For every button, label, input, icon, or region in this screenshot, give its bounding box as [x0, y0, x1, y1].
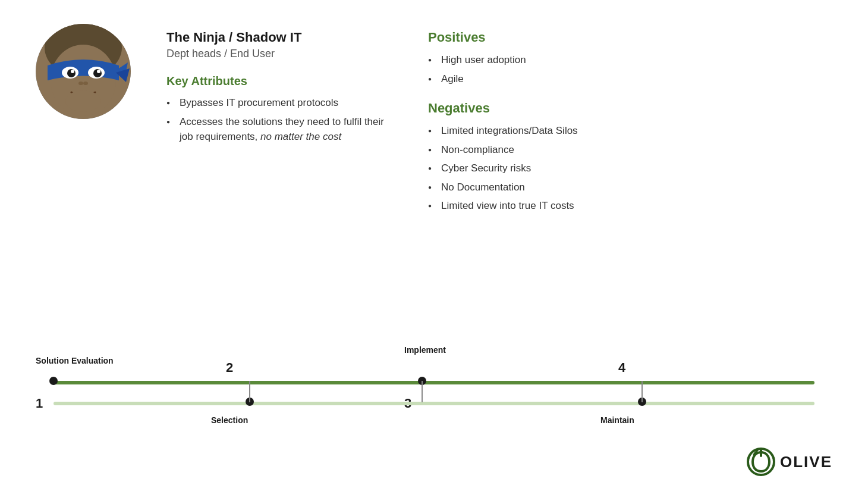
list-item: Accesses the solutions they need to fulf… — [166, 114, 392, 145]
key-attributes-heading: Key Attributes — [166, 74, 392, 88]
connector-selection — [249, 381, 250, 402]
persona-title: The Ninja / Shadow IT — [166, 30, 392, 45]
svg-point-9 — [78, 82, 83, 85]
label-solution-evaluation: Solution Evaluation — [36, 356, 114, 365]
label-maintain: Maintain — [600, 415, 634, 425]
number-4: 4 — [618, 360, 625, 376]
positives-list: High user adoption Agile — [428, 52, 832, 86]
list-item: Agile — [428, 71, 832, 87]
negatives-list: Limited integrations/Data Silos Non-comp… — [428, 123, 832, 214]
persona-subtitle: Dept heads / End User — [166, 48, 392, 60]
connector-maintain — [641, 381, 643, 402]
list-item: Limited integrations/Data Silos — [428, 123, 832, 139]
olive-logo-text: OLIVE — [780, 453, 832, 471]
diagram-container: Solution Evaluation Implement 1 2 3 4 Se… — [36, 345, 832, 428]
list-item: Bypasses IT procurement protocols — [166, 95, 392, 111]
diagram-section: Solution Evaluation Implement 1 2 3 4 Se… — [36, 345, 832, 428]
connector-implement — [422, 381, 423, 402]
list-item: Non-compliance — [428, 142, 832, 158]
top-section: The Ninja / Shadow IT Dept heads / End U… — [0, 0, 868, 229]
svg-point-11 — [65, 90, 101, 112]
avatar — [36, 24, 131, 119]
left-content: The Ninja / Shadow IT Dept heads / End U… — [166, 24, 392, 217]
list-item: Limited view into true IT costs — [428, 198, 832, 214]
svg-point-10 — [83, 82, 88, 85]
number-1: 1 — [36, 396, 43, 411]
svg-point-7 — [71, 70, 74, 73]
list-item: No Documentation — [428, 180, 832, 195]
positives-heading: Positives — [428, 30, 832, 45]
list-item: Cyber Security risks — [428, 161, 832, 176]
olive-logo-icon — [747, 448, 775, 476]
lower-track — [54, 402, 814, 405]
list-item: High user adoption — [428, 52, 832, 68]
key-attributes-list: Bypasses IT procurement protocols Access… — [166, 95, 392, 145]
number-2: 2 — [226, 360, 233, 376]
svg-point-8 — [97, 70, 100, 73]
olive-logo: OLIVE — [747, 448, 832, 476]
negatives-heading: Negatives — [428, 101, 832, 116]
label-selection: Selection — [211, 415, 248, 425]
label-implement: Implement — [404, 345, 446, 355]
dot-1 — [49, 377, 58, 385]
avatar-circle — [36, 24, 131, 119]
right-content: Positives High user adoption Agile Negat… — [428, 24, 832, 217]
upper-track — [54, 381, 814, 384]
